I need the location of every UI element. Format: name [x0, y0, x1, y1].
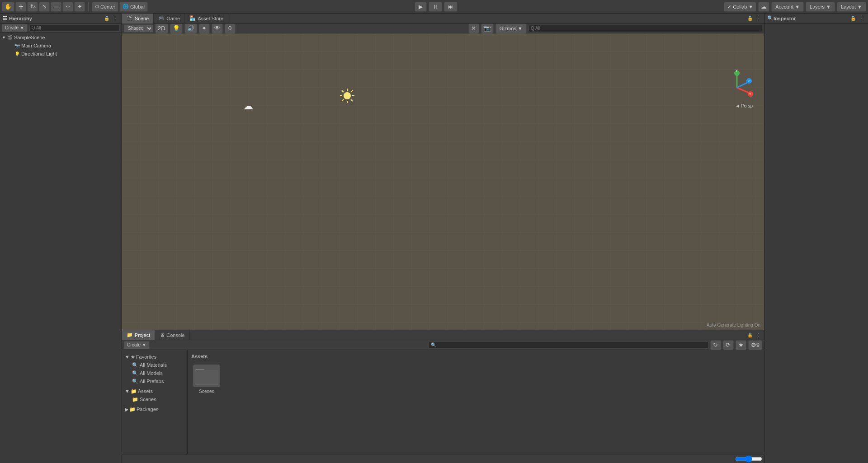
audio-toggle-btn[interactable]: 🔊 — [184, 23, 197, 33]
play-btn[interactable]: ▶ — [415, 2, 427, 12]
hierarchy-toolbar: Create ▼ — [0, 23, 122, 33]
scene-view[interactable]: ☁ Y X Z — [122, 33, 764, 330]
project-star-btn[interactable]: ★ — [736, 340, 746, 350]
transform-tools-group: ✋ ✛ ↻ ⤡ ▭ ⊹ ✦ — [2, 2, 85, 12]
global-btn[interactable]: 🌐 Global — [119, 2, 148, 12]
hierarchy-header: ☰ Hierarchy 🔒 ⋮ — [0, 14, 122, 23]
svg-line-5 — [342, 90, 344, 92]
svg-line-15 — [737, 82, 748, 88]
scene-cloud: ☁ — [243, 100, 253, 112]
bottom-lock-btn[interactable]: 🔒 — [746, 332, 754, 338]
center-icon: ⊙ — [95, 4, 99, 9]
project-refresh-btn[interactable]: ↻ — [710, 340, 721, 350]
all-models-item[interactable]: 🔍 All Models — [122, 369, 187, 377]
scene-x-btn[interactable]: ✕ — [468, 23, 479, 33]
assets-header[interactable]: ▼ 📁 Assets — [122, 387, 187, 395]
packages-arrow: ▶ — [125, 407, 128, 412]
directional-light-item[interactable]: 💡 Directional Light — [0, 50, 122, 58]
packages-header[interactable]: ▶ 📁 Packages — [122, 405, 187, 413]
project-search-input[interactable] — [429, 341, 708, 349]
inspector-panel: 🔍 Inspector 🔒 ⋮ — [764, 14, 868, 463]
inspector-menu-btn[interactable]: ⋮ — [858, 15, 865, 21]
zoom-slider[interactable] — [735, 455, 762, 463]
prefabs-icon: 🔍 — [132, 379, 138, 384]
tab-project[interactable]: 📁 Project — [122, 330, 155, 340]
transform-tool-btn[interactable]: ⊹ — [62, 2, 73, 12]
light-toggle-btn[interactable]: 💡 — [170, 23, 183, 33]
cloud-btn[interactable]: ☁ — [758, 2, 769, 12]
scene-icon: 🎬 — [7, 35, 13, 40]
right-controls: ✓ Collab ▼ ☁ Account ▼ Layers ▼ Layout ▼ — [724, 2, 866, 12]
favorites-star-icon: ★ — [131, 354, 135, 360]
auto-generate-status: Auto Generate Lighting On — [707, 323, 760, 327]
inspector-lock-btn[interactable]: 🔒 — [849, 15, 857, 21]
tab-scene[interactable]: 🎬 Scene — [122, 14, 154, 23]
hand-tool-btn[interactable]: ✋ — [2, 2, 14, 12]
bottom-tab-controls: 🔒 ⋮ — [746, 332, 764, 338]
camera-icon: 📷 — [14, 43, 20, 48]
hierarchy-menu-btn[interactable]: ⋮ — [112, 15, 119, 21]
all-materials-item[interactable]: 🔍 All Materials — [122, 361, 187, 369]
custom-tool-btn[interactable]: ✦ — [74, 2, 85, 12]
pause-btn[interactable]: ⏸ — [429, 2, 442, 12]
console-tab-icon: 🖥 — [160, 332, 165, 338]
tab-game[interactable]: 🎮 Game — [154, 14, 185, 23]
light-icon: 💡 — [14, 51, 20, 56]
svg-point-0 — [344, 92, 351, 99]
layout-btn[interactable]: Layout ▼ — [837, 2, 866, 12]
rect-tool-btn[interactable]: ▭ — [51, 2, 61, 12]
center-btn[interactable]: ⊙ Center — [92, 2, 118, 12]
bottom-content: ▼ ★ Favorites 🔍 All Materials 🔍 All Mode… — [122, 350, 764, 454]
svg-rect-20 — [195, 370, 218, 384]
inspector-icon: 🔍 — [767, 15, 774, 21]
scene-search-input[interactable] — [528, 25, 762, 32]
grid-toggle-btn[interactable]: 0 — [225, 23, 236, 33]
scene-gizmo[interactable]: Y X Z — [719, 70, 755, 106]
tab-console[interactable]: 🖥 Console — [155, 330, 189, 340]
game-tab-icon: 🎮 — [158, 15, 165, 21]
favorites-header[interactable]: ▼ ★ Favorites — [122, 353, 187, 361]
assets-title: Assets — [191, 354, 760, 359]
all-prefabs-item[interactable]: 🔍 All Prefabs — [122, 377, 187, 385]
project-sync-btn[interactable]: ⟳ — [723, 340, 734, 350]
rotate-tool-btn[interactable]: ↻ — [27, 2, 38, 12]
hierarchy-controls: 🔒 ⋮ — [103, 15, 119, 21]
scenes-item[interactable]: 📁 Scenes — [122, 395, 187, 403]
shading-dropdown[interactable]: Shaded — [124, 24, 153, 33]
project-filter-btn[interactable]: ⚙9 — [748, 340, 762, 350]
tab-asset-store[interactable]: 🏪 Asset Store — [185, 14, 228, 23]
pivot-group: ⊙ Center 🌐 Global — [92, 2, 148, 12]
hierarchy-create-btn[interactable]: Create ▼ — [2, 24, 28, 32]
2d-btn[interactable]: 2D — [155, 23, 168, 33]
move-tool-btn[interactable]: ✛ — [15, 2, 26, 12]
scene-lock-btn[interactable]: 🔒 — [746, 15, 754, 21]
svg-line-7 — [351, 90, 353, 92]
gizmo-svg: Y X Z — [719, 70, 755, 106]
scale-tool-btn[interactable]: ⤡ — [39, 2, 50, 12]
camera-view-btn[interactable]: 📷 — [481, 23, 494, 33]
scene-tab-icon: 🎬 — [127, 15, 133, 21]
scene-sun — [339, 88, 355, 104]
sample-scene-item[interactable]: ▼ 🎬 SampleScene — [0, 33, 122, 42]
main-camera-item[interactable]: 📷 Main Camera — [0, 42, 122, 50]
scenes-asset-item[interactable]: Scenes — [191, 363, 222, 396]
scene-view-container: 🎬 Scene 🎮 Game 🏪 Asset Store 🔒 ⋮ — [122, 14, 764, 330]
collab-btn[interactable]: ✓ Collab ▼ — [724, 2, 756, 12]
project-create-btn[interactable]: Create ▼ — [124, 341, 150, 349]
scene-menu-btn[interactable]: ⋮ — [755, 15, 762, 21]
hierarchy-lock-btn[interactable]: 🔒 — [103, 15, 111, 21]
account-btn[interactable]: Account ▼ — [771, 2, 804, 12]
next-btn[interactable]: ⏭ — [444, 2, 458, 12]
hierarchy-panel: ☰ Hierarchy 🔒 ⋮ Create ▼ ▼ 🎬 SampleScene… — [0, 14, 122, 463]
hide-toggle-btn[interactable]: 👁 — [212, 23, 223, 33]
scene-grid — [122, 33, 764, 330]
effects-toggle-btn[interactable]: ✦ — [199, 23, 210, 33]
scene-toolbar: Shaded 2D 💡 🔊 ✦ 👁 0 ✕ 📷 Gizmos ▼ — [122, 23, 764, 33]
gizmos-btn[interactable]: Gizmos ▼ — [495, 23, 527, 33]
assets-section: ▼ 📁 Assets 📁 Scenes — [122, 386, 187, 404]
layers-btn[interactable]: Layers ▼ — [806, 2, 835, 12]
bottom-menu-btn[interactable]: ⋮ — [755, 332, 762, 338]
folder-svg — [195, 366, 218, 385]
hierarchy-search-input[interactable] — [29, 24, 120, 32]
toolbar-separator-1 — [88, 2, 89, 11]
